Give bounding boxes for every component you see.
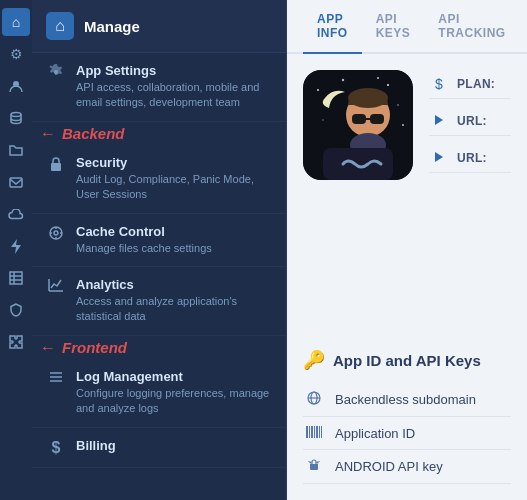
frontend-label-container: ← Frontend: [32, 336, 286, 359]
svg-rect-41: [309, 426, 310, 438]
sidebar-item-billing-content: Billing: [76, 438, 272, 455]
tabs: APP INFO API KEYS API TRACKING: [287, 0, 527, 54]
application-id-label: Application ID: [335, 426, 415, 441]
sidebar-item-cache-desc: Manage files cache settings: [76, 241, 272, 256]
sidebar-item-logs-content: Log Management Configure logging prefere…: [76, 369, 272, 417]
key-icon: 🔑: [303, 349, 325, 371]
sidebar-item-analytics-desc: Access and analyze application's statist…: [76, 294, 272, 325]
url-row-2: URL:: [429, 144, 511, 173]
database-icon[interactable]: [2, 104, 30, 132]
app-id-header: 🔑 App ID and API Keys: [303, 349, 511, 371]
app-avatar-section: [303, 70, 413, 333]
subdomain-label: Backendless subdomain: [335, 392, 476, 407]
puzzle-icon[interactable]: [2, 328, 30, 356]
svg-point-23: [387, 84, 389, 86]
svg-marker-35: [435, 115, 443, 125]
main-content: APP INFO API KEYS API TRACKING: [287, 0, 527, 500]
sidebar-item-cache-content: Cache Control Manage files cache setting…: [76, 224, 272, 256]
tab-app-info[interactable]: APP INFO: [303, 0, 362, 54]
application-id-row: Application ID: [303, 417, 511, 450]
backend-arrow-icon: ←: [40, 125, 56, 143]
folder-icon[interactable]: [2, 136, 30, 164]
android-icon: [303, 458, 325, 475]
person-icon[interactable]: [2, 72, 30, 100]
app-avatar: [303, 70, 413, 180]
svg-rect-44: [316, 426, 318, 438]
home-icon[interactable]: ⌂: [2, 8, 30, 36]
sidebar-header-title: Manage: [84, 18, 140, 35]
cloud-icon[interactable]: [2, 200, 30, 228]
tab-api-tracking[interactable]: API TRACKING: [424, 0, 519, 54]
analytics-icon: [46, 278, 66, 296]
url1-icon: [429, 113, 449, 129]
sidebar-item-security-desc: Audit Log, Compliance, Panic Mode, User …: [76, 172, 272, 203]
url2-icon: [429, 150, 449, 166]
sidebar-item-app-settings-desc: API access, collaboration, mobile and em…: [76, 80, 272, 111]
sidebar-item-analytics-title: Analytics: [76, 277, 272, 292]
shield-icon[interactable]: [2, 296, 30, 324]
svg-rect-45: [319, 426, 320, 438]
sidebar-item-cache[interactable]: Cache Control Manage files cache setting…: [32, 214, 286, 267]
info-right: $ PLAN: URL: URL:: [429, 70, 511, 333]
sidebar-item-billing[interactable]: $ Billing: [32, 428, 286, 468]
svg-point-27: [377, 77, 379, 79]
log-icon: [46, 370, 66, 388]
url1-label: URL:: [457, 114, 487, 128]
svg-rect-43: [314, 426, 315, 438]
tab-api-keys[interactable]: API KEYS: [362, 0, 425, 54]
plan-icon: $: [429, 76, 449, 92]
svg-rect-30: [352, 114, 366, 124]
plan-label: PLAN:: [457, 77, 495, 91]
svg-point-21: [317, 89, 319, 91]
url-row-1: URL:: [429, 107, 511, 136]
svg-point-24: [397, 104, 399, 106]
sidebar-item-security-title: Security: [76, 155, 272, 170]
svg-marker-36: [435, 152, 443, 162]
mail-icon[interactable]: [2, 168, 30, 196]
svg-rect-42: [311, 426, 313, 438]
svg-rect-4: [10, 272, 22, 284]
android-key-row: ANDROID API key: [303, 450, 511, 484]
lock-icon: [46, 156, 66, 176]
sidebar-item-app-settings-title: App Settings: [76, 63, 272, 78]
sidebar-item-security-content: Security Audit Log, Compliance, Panic Mo…: [76, 155, 272, 203]
app-id-header-text: App ID and API Keys: [333, 352, 481, 369]
subdomain-row: Backendless subdomain: [303, 383, 511, 417]
settings-icon: [46, 64, 66, 84]
sidebar-item-analytics-content: Analytics Access and analyze application…: [76, 277, 272, 325]
sidebar-item-logs[interactable]: Log Management Configure logging prefere…: [32, 359, 286, 428]
sidebar-header: ⌂ Manage: [32, 0, 286, 53]
icon-rail: ⌂ ⚙: [0, 0, 32, 500]
table-icon[interactable]: [2, 264, 30, 292]
svg-point-10: [54, 231, 58, 235]
backend-label-container: ← Backend: [32, 122, 286, 145]
sidebar: ⌂ Manage App Settings API access, collab…: [32, 0, 287, 500]
svg-rect-46: [321, 426, 322, 438]
cache-icon: [46, 225, 66, 245]
sidebar-item-security[interactable]: Security Audit Log, Compliance, Panic Mo…: [32, 145, 286, 214]
sidebar-item-app-settings[interactable]: App Settings API access, collaboration, …: [32, 53, 286, 122]
frontend-arrow-icon: ←: [40, 339, 56, 357]
svg-point-26: [402, 124, 404, 126]
sidebar-item-cache-title: Cache Control: [76, 224, 272, 239]
sidebar-header-icon: ⌂: [46, 12, 74, 40]
svg-rect-8: [51, 163, 61, 171]
sidebar-item-app-settings-content: App Settings API access, collaboration, …: [76, 63, 272, 111]
android-key-label: ANDROID API key: [335, 459, 443, 474]
svg-point-25: [322, 119, 323, 120]
sidebar-item-analytics[interactable]: Analytics Access and analyze application…: [32, 267, 286, 336]
app-info-panel: $ PLAN: URL: URL:: [287, 54, 527, 349]
billing-icon: $: [46, 439, 66, 457]
frontend-label: Frontend: [62, 339, 127, 356]
lightning-icon[interactable]: [2, 232, 30, 260]
sidebar-item-billing-title: Billing: [76, 438, 272, 453]
svg-point-1: [11, 113, 21, 117]
sidebar-item-logs-desc: Configure logging preferences, manage an…: [76, 386, 272, 417]
globe-icon: [303, 391, 325, 408]
app-id-section: 🔑 App ID and API Keys Backendless subdom…: [287, 349, 527, 500]
svg-rect-2: [10, 178, 22, 187]
url2-label: URL:: [457, 151, 487, 165]
gear-icon[interactable]: ⚙: [2, 40, 30, 68]
svg-rect-31: [370, 114, 384, 124]
svg-point-22: [342, 79, 344, 81]
